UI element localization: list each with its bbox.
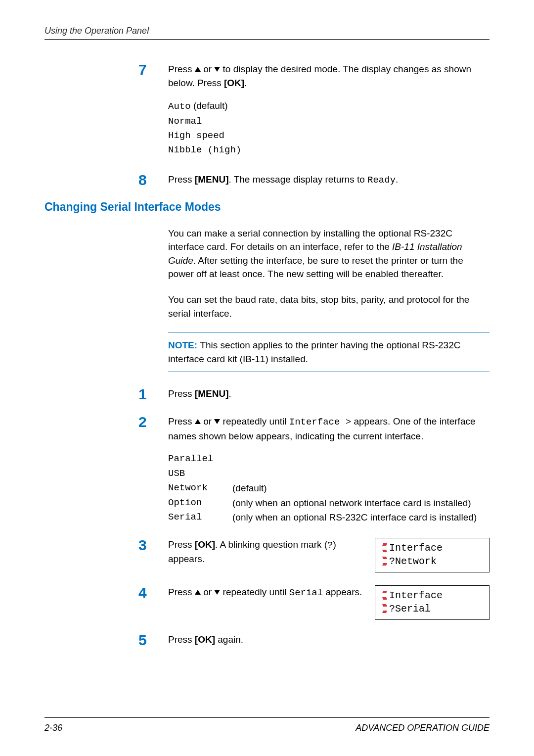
s2-c: repeatedly until: [220, 416, 289, 426]
iface-network: Network: [168, 481, 232, 495]
triangle-up-icon: [195, 67, 201, 72]
iface-serial-note: (only when an optional RS-232C interface…: [232, 510, 490, 524]
step-3: 3 Press [OK]. A blinking question mark (…: [138, 538, 490, 572]
step-5-body: Press [OK] again.: [168, 633, 490, 647]
para-1: You can make a serial connection by inst…: [168, 227, 490, 281]
footer: 2-36 ADVANCED OPERATION GUIDE: [44, 717, 490, 733]
table-row: USB: [168, 467, 490, 481]
triangle-up-icon: [195, 419, 201, 424]
table-row: Option(only when an optional network int…: [168, 496, 490, 510]
step-4-number: 4: [138, 585, 168, 600]
note: NOTE: This section applies to the printe…: [168, 333, 490, 371]
iface-network-note: (default): [232, 481, 490, 495]
step-4-text: Press or repeatedly until Serial appears…: [168, 585, 366, 600]
step-3-number: 3: [138, 538, 168, 553]
lcd-line2: ?Network: [389, 555, 437, 568]
mode-auto-default: (default): [191, 100, 228, 111]
lcd-line1: Interface: [389, 541, 443, 555]
lcd-line2: ?Serial: [389, 602, 431, 615]
step-8: 8 Press [MENU]. The message display retu…: [138, 173, 490, 188]
s4-d: appears.: [323, 587, 362, 597]
page: Using the Operation Panel 7 Press or to …: [0, 0, 534, 756]
s2-iface: Interface >: [289, 417, 351, 427]
step-2: 2 Press or repeatedly until Interface > …: [138, 415, 490, 524]
p1-b: . After setting the interface, be sure t…: [168, 255, 463, 280]
note-body: This section applies to the printer havi…: [168, 340, 460, 364]
mode-normal: Normal: [168, 114, 490, 129]
section-body: You can make a serial connection by inst…: [168, 227, 490, 372]
s1-menu: [MENU]: [195, 388, 229, 399]
s5-a: Press: [168, 634, 195, 645]
note-rule-top: [168, 332, 490, 332]
table-row: Parallel: [168, 452, 490, 466]
lcd-cursor-icon: [381, 604, 388, 614]
s8-menu: [MENU]: [195, 174, 229, 185]
s8-c: .: [396, 174, 398, 185]
lcd-cursor-icon: [381, 543, 388, 553]
s3-a: Press: [168, 539, 195, 550]
step-5: 5 Press [OK] again.: [138, 633, 490, 648]
s8-b: . The message display returns to: [228, 174, 367, 185]
step-8-body: Press [MENU]. The message display return…: [168, 173, 490, 188]
triangle-up-icon: [195, 590, 201, 595]
step-4: 4 Press or repeatedly until Serial appea…: [138, 585, 490, 620]
s4-a: Press: [168, 587, 195, 597]
guide-title: ADVANCED OPERATION GUIDE: [356, 723, 490, 733]
s5-ok: [OK]: [195, 634, 215, 645]
lcd-cursor-icon: [381, 590, 388, 600]
section-heading: Changing Serial Interface Modes: [44, 200, 490, 214]
step7-ok: [OK]: [224, 78, 244, 88]
step7-a: Press: [168, 64, 195, 74]
s3-b: . A blinking question mark (: [215, 539, 327, 550]
table-row: Network(default): [168, 481, 490, 495]
step-3-text: Press [OK]. A blinking question mark (?)…: [168, 538, 366, 566]
s8-ready: Ready: [367, 175, 396, 186]
header-rule: [44, 39, 490, 40]
step-2-number: 2: [138, 415, 168, 429]
s4-c: repeatedly until: [220, 587, 289, 597]
step-1: 1 Press [MENU].: [138, 387, 490, 402]
step-4-body: Press or repeatedly until Serial appears…: [168, 585, 490, 620]
footer-row: 2-36 ADVANCED OPERATION GUIDE: [44, 718, 490, 733]
interface-table: Parallel USB Network(default) Option(onl…: [168, 452, 490, 524]
step7-d: .: [244, 78, 247, 88]
step-8-number: 8: [138, 173, 168, 188]
mode-high-speed: High speed: [168, 129, 490, 143]
step-5-number: 5: [138, 633, 168, 648]
s1-a: Press: [168, 388, 195, 399]
lcd-display: Interface ?Network: [375, 538, 490, 572]
page-number: 2-36: [44, 723, 62, 733]
mode-auto: Auto: [168, 101, 191, 112]
lcd-cursor-icon: [381, 556, 388, 566]
para-2: You can set the baud rate, data bits, st…: [168, 293, 490, 320]
s5-b: again.: [215, 634, 243, 645]
s1-b: .: [228, 388, 231, 399]
step-7-number: 7: [138, 62, 168, 77]
s4-serial: Serial: [289, 587, 323, 598]
note-rule-bottom: [168, 372, 490, 372]
triangle-down-icon: [214, 590, 220, 595]
iface-serial: Serial: [168, 510, 232, 524]
s8-a: Press: [168, 174, 195, 185]
iface-parallel: Parallel: [168, 452, 232, 466]
mode-nibble: Nibble (high): [168, 143, 490, 157]
step7-b: or: [201, 64, 214, 74]
step-7-body: Press or to display the desired mode. Th…: [168, 62, 490, 160]
step-1-body: Press [MENU].: [168, 387, 490, 401]
iface-option: Option: [168, 496, 232, 510]
iface-option-note: (only when an optional network interface…: [232, 496, 490, 510]
lcd-line1: Interface: [389, 589, 443, 602]
table-row: Serial(only when an optional RS-232C int…: [168, 510, 490, 524]
steps-block: 1 Press [MENU]. 2 Press or repeatedly un…: [138, 387, 490, 647]
step-7-container: 7 Press or to display the desired mode. …: [138, 62, 490, 188]
s2-b: or: [201, 416, 214, 426]
step-7: 7 Press or to display the desired mode. …: [138, 62, 490, 160]
s3-ok: [OK]: [195, 539, 215, 550]
running-header: Using the Operation Panel: [44, 26, 490, 36]
note-label: NOTE:: [168, 340, 200, 350]
triangle-down-icon: [214, 67, 220, 72]
step-1-number: 1: [138, 387, 168, 402]
step7-modes: Auto (default) Normal High speed Nibble …: [168, 98, 490, 158]
step-2-body: Press or repeatedly until Interface > ap…: [168, 415, 490, 524]
s2-a: Press: [168, 416, 195, 426]
